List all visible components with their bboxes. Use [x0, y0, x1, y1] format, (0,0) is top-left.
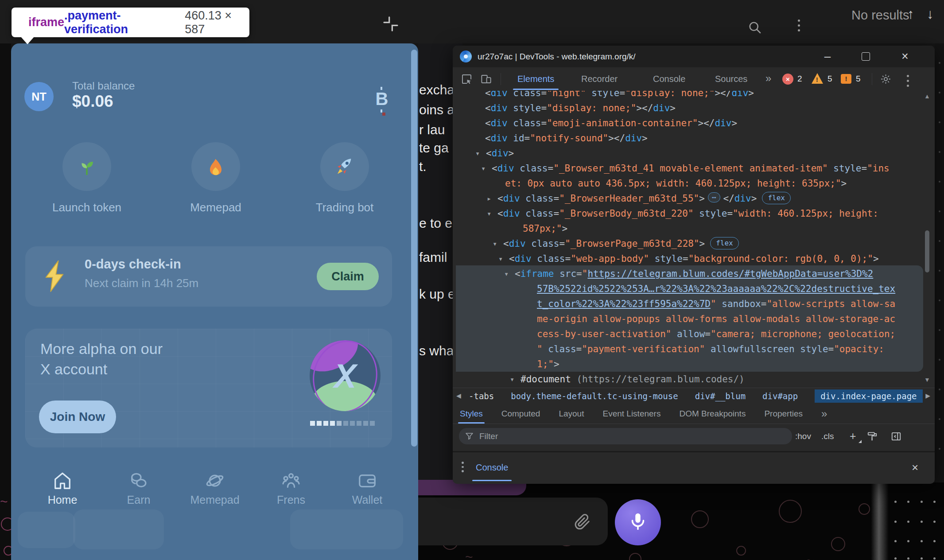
code-line[interactable]: ▾<div>	[486, 146, 514, 161]
toggle-hover-state-button[interactable]: :hov	[795, 424, 811, 448]
voice-record-button[interactable]	[615, 499, 661, 545]
error-badge-icon[interactable]: ×	[782, 74, 793, 85]
carousel-dot[interactable]	[337, 421, 342, 426]
inspect-element-icon[interactable]	[461, 73, 473, 85]
iframe-src-link[interactable]: 57B%2522id%2522%253A…r%22%3A%22%23aaaaaa…	[537, 284, 895, 294]
devtools-tab-sources[interactable]: Sources	[715, 67, 747, 90]
app-scrollbar[interactable]	[411, 50, 417, 447]
carousel-dot[interactable]	[350, 421, 355, 426]
devtools-tab-console[interactable]: Console	[653, 67, 685, 90]
code-line[interactable]: <div id="notify-sound"></div>	[485, 131, 648, 146]
issues-count[interactable]: 5	[856, 67, 861, 90]
nav-item-frens[interactable]: Frens	[264, 471, 318, 506]
iframe-src-link[interactable]: t_color%22%3A%22%23ff595a%22%7D	[537, 299, 711, 309]
nav-item-earn[interactable]: Earn	[112, 471, 165, 506]
code-line[interactable]: ▾<div class="_BrowserPage_m63td_228">fle…	[503, 236, 739, 251]
code-line[interactable]: ▾<div class="web-app-body" style="backgr…	[509, 251, 879, 266]
carousel-dot[interactable]	[357, 421, 361, 426]
settings-gear-icon[interactable]	[880, 73, 892, 85]
action-button-memepad[interactable]: Memepad	[176, 142, 256, 214]
carousel-dot[interactable]	[363, 421, 368, 426]
nav-item-wallet[interactable]: Wallet	[341, 471, 394, 506]
carousel-dots[interactable]	[310, 421, 375, 426]
breadcrumb-item[interactable]: div#app	[762, 391, 798, 401]
code-line[interactable]: 587px;">	[523, 221, 567, 236]
minimize-button[interactable]: –	[818, 46, 837, 67]
carousel-dot[interactable]	[330, 421, 335, 426]
code-line[interactable]: " class="payment-verification" allowfull…	[537, 342, 884, 357]
more-tabs-icon[interactable]: »	[765, 67, 770, 90]
code-line[interactable]: 57B%2522id%2522%253A…r%22%3A%22%23aaaaaa…	[537, 281, 895, 296]
bitcoin-icon[interactable]: B	[372, 87, 392, 113]
device-toolbar-icon[interactable]	[480, 73, 492, 85]
avatar[interactable]: NT	[24, 82, 54, 111]
sidebar-tab-layout[interactable]: Layout	[559, 404, 584, 424]
expand-arrow-open-icon[interactable]: ▾	[498, 251, 503, 266]
code-line[interactable]: ▾<div class="_BrowserBody_m63td_220" sty…	[497, 206, 878, 221]
iframe-src-link[interactable]: https://telegram.blum.codes/#tgWebAppDat…	[587, 268, 873, 279]
panel-layout-icon[interactable]	[890, 431, 902, 442]
code-line[interactable]: ▾#document (https://telegram.blum.codes/…	[521, 372, 745, 387]
expand-arrow-open-icon[interactable]: ▾	[493, 236, 497, 251]
code-line[interactable]: ▾<div class="_Browser_m63td_41 movable-e…	[492, 161, 890, 176]
expand-arrow-open-icon[interactable]: ▾	[510, 372, 514, 387]
carousel-dot[interactable]	[317, 421, 322, 426]
code-line[interactable]: et: 0px auto auto 436.5px; width: 460.12…	[505, 176, 847, 191]
breadcrumb-item[interactable]: body.theme-default.tc-using-mouse	[511, 391, 678, 401]
breadcrumb-item[interactable]: div#__blum	[695, 391, 746, 401]
join-now-button[interactable]: Join Now	[39, 401, 116, 433]
carousel-dot[interactable]	[370, 421, 375, 426]
close-button[interactable]: ×	[895, 46, 915, 67]
carousel-dot[interactable]	[323, 421, 328, 426]
code-line[interactable]: 1;">	[537, 357, 559, 372]
breadcrumb-prev-icon[interactable]: ◀	[456, 392, 461, 399]
nav-item-home[interactable]: Home	[36, 471, 89, 506]
expand-arrow-open-icon[interactable]: ▾	[487, 206, 491, 221]
issues-badge-icon[interactable]: !	[841, 74, 851, 84]
error-count[interactable]: 2	[797, 67, 802, 90]
code-line[interactable]: ▸<div class="_BrowserHeader_m63td_55">⋯<…	[497, 191, 791, 206]
devtools-titlebar[interactable]: ur27o7ac | DevTools - web.telegram.org/k…	[453, 46, 935, 67]
warning-count[interactable]: 5	[827, 67, 832, 90]
devtools-menu-icon[interactable]	[905, 72, 910, 86]
maximize-button[interactable]	[856, 46, 875, 67]
sidebar-tab-computed[interactable]: Computed	[501, 404, 540, 424]
code-line[interactable]: <div class="emoji-animation-container"><…	[485, 116, 737, 131]
action-button-trading-bot[interactable]: Trading bot	[305, 142, 385, 214]
expand-arrow-open-icon[interactable]: ▾	[475, 146, 480, 161]
code-line[interactable]: <div class="night" style="display: none;…	[485, 91, 754, 101]
breadcrumb-next-icon[interactable]: ▶	[925, 392, 930, 399]
find-previous-button[interactable]: ↑	[907, 6, 914, 22]
code-line[interactable]: ▾<iframe src="https://telegram.blum.code…	[515, 266, 873, 281]
carousel-dot[interactable]	[343, 421, 348, 426]
more-menu-icon[interactable]	[796, 17, 801, 39]
drawer-menu-icon[interactable]	[462, 459, 464, 474]
sidebar-tab-styles[interactable]: Styles	[460, 404, 483, 424]
attachment-icon[interactable]	[574, 513, 591, 530]
filter-input-pill[interactable]	[459, 428, 792, 444]
devtools-tab-elements[interactable]: Elements	[517, 67, 554, 90]
filter-input[interactable]	[478, 429, 781, 443]
sidebar-tab-properties[interactable]: Properties	[764, 404, 803, 424]
new-style-rule-button[interactable]: +	[850, 424, 856, 448]
action-button-launch-token[interactable]: Launch token	[47, 142, 127, 214]
expand-children-button[interactable]: ⋯	[708, 192, 720, 202]
sidebar-tab-dom-breakpoints[interactable]: DOM Breakpoints	[679, 404, 746, 424]
carousel-dot[interactable]	[310, 421, 315, 426]
code-line[interactable]: t_color%22%3A%22%23ff595a%22%7D" sandbox…	[537, 296, 895, 311]
claim-button[interactable]: Claim	[317, 263, 379, 290]
paint-roller-icon[interactable]	[866, 431, 878, 442]
elements-scrollbar-thumb[interactable]	[925, 230, 929, 272]
breadcrumb-item[interactable]: div.index-page.page	[815, 389, 922, 403]
toggle-class-button[interactable]: .cls	[821, 424, 834, 448]
flex-badge[interactable]: flex	[710, 237, 739, 249]
search-icon[interactable]	[747, 19, 763, 35]
code-line[interactable]: me-origin allow-popups allow-forms allow…	[537, 311, 895, 327]
nav-item-memepad[interactable]: Memepad	[188, 471, 241, 506]
find-next-button[interactable]: ↓	[927, 6, 934, 22]
expand-arrow-closed-icon[interactable]: ▸	[487, 191, 491, 206]
console-drawer-tab[interactable]: Console	[476, 452, 508, 482]
scroll-up-arrow[interactable]: ▲	[924, 93, 930, 100]
drawer-close-icon[interactable]: ×	[912, 452, 918, 482]
collapse-window-icon[interactable]	[382, 15, 400, 33]
